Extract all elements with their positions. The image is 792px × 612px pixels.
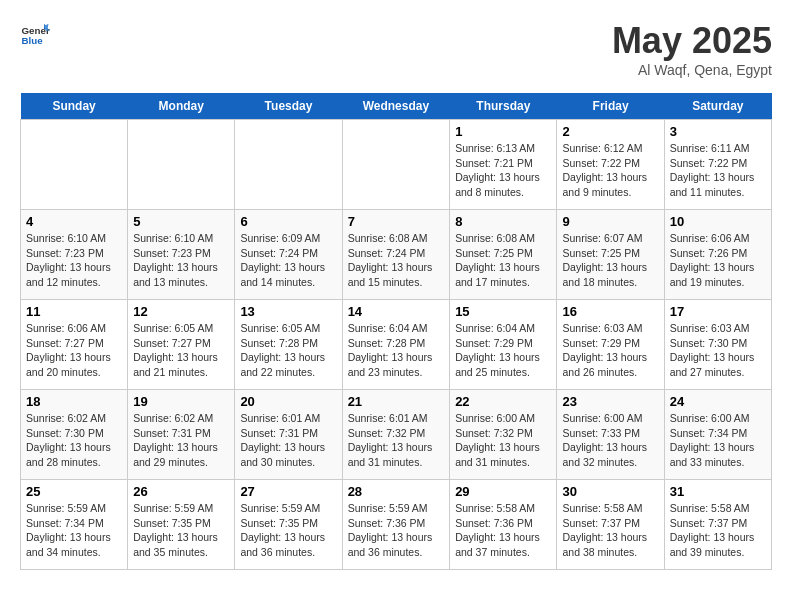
cell-content: Sunrise: 5:59 AM Sunset: 7:36 PM Dayligh… [348, 501, 445, 560]
calendar-cell [342, 120, 450, 210]
day-number: 12 [133, 304, 229, 319]
cell-content: Sunrise: 6:10 AM Sunset: 7:23 PM Dayligh… [26, 231, 122, 290]
day-number: 28 [348, 484, 445, 499]
day-number: 2 [562, 124, 658, 139]
day-number: 26 [133, 484, 229, 499]
day-number: 13 [240, 304, 336, 319]
day-number: 25 [26, 484, 122, 499]
calendar-cell: 28Sunrise: 5:59 AM Sunset: 7:36 PM Dayli… [342, 480, 450, 570]
cell-content: Sunrise: 5:58 AM Sunset: 7:37 PM Dayligh… [562, 501, 658, 560]
header-wednesday: Wednesday [342, 93, 450, 120]
cell-content: Sunrise: 5:58 AM Sunset: 7:36 PM Dayligh… [455, 501, 551, 560]
calendar-cell: 30Sunrise: 5:58 AM Sunset: 7:37 PM Dayli… [557, 480, 664, 570]
cell-content: Sunrise: 6:02 AM Sunset: 7:31 PM Dayligh… [133, 411, 229, 470]
cell-content: Sunrise: 5:58 AM Sunset: 7:37 PM Dayligh… [670, 501, 766, 560]
calendar-cell [128, 120, 235, 210]
day-number: 24 [670, 394, 766, 409]
calendar-cell: 13Sunrise: 6:05 AM Sunset: 7:28 PM Dayli… [235, 300, 342, 390]
calendar-cell: 16Sunrise: 6:03 AM Sunset: 7:29 PM Dayli… [557, 300, 664, 390]
cell-content: Sunrise: 6:00 AM Sunset: 7:32 PM Dayligh… [455, 411, 551, 470]
day-number: 6 [240, 214, 336, 229]
day-number: 7 [348, 214, 445, 229]
cell-content: Sunrise: 6:09 AM Sunset: 7:24 PM Dayligh… [240, 231, 336, 290]
calendar-cell: 15Sunrise: 6:04 AM Sunset: 7:29 PM Dayli… [450, 300, 557, 390]
cell-content: Sunrise: 6:03 AM Sunset: 7:30 PM Dayligh… [670, 321, 766, 380]
cell-content: Sunrise: 6:08 AM Sunset: 7:24 PM Dayligh… [348, 231, 445, 290]
calendar-cell: 26Sunrise: 5:59 AM Sunset: 7:35 PM Dayli… [128, 480, 235, 570]
calendar-cell: 23Sunrise: 6:00 AM Sunset: 7:33 PM Dayli… [557, 390, 664, 480]
day-number: 10 [670, 214, 766, 229]
calendar-cell: 11Sunrise: 6:06 AM Sunset: 7:27 PM Dayli… [21, 300, 128, 390]
cell-content: Sunrise: 6:03 AM Sunset: 7:29 PM Dayligh… [562, 321, 658, 380]
day-number: 4 [26, 214, 122, 229]
cell-content: Sunrise: 6:02 AM Sunset: 7:30 PM Dayligh… [26, 411, 122, 470]
calendar-cell: 29Sunrise: 5:58 AM Sunset: 7:36 PM Dayli… [450, 480, 557, 570]
day-number: 14 [348, 304, 445, 319]
calendar-cell: 21Sunrise: 6:01 AM Sunset: 7:32 PM Dayli… [342, 390, 450, 480]
week-row-4: 18Sunrise: 6:02 AM Sunset: 7:30 PM Dayli… [21, 390, 772, 480]
calendar-cell: 24Sunrise: 6:00 AM Sunset: 7:34 PM Dayli… [664, 390, 771, 480]
header-friday: Friday [557, 93, 664, 120]
day-number: 31 [670, 484, 766, 499]
calendar-cell [21, 120, 128, 210]
cell-content: Sunrise: 6:00 AM Sunset: 7:34 PM Dayligh… [670, 411, 766, 470]
day-number: 29 [455, 484, 551, 499]
day-number: 15 [455, 304, 551, 319]
calendar-cell: 25Sunrise: 5:59 AM Sunset: 7:34 PM Dayli… [21, 480, 128, 570]
day-number: 3 [670, 124, 766, 139]
calendar-cell: 20Sunrise: 6:01 AM Sunset: 7:31 PM Dayli… [235, 390, 342, 480]
cell-content: Sunrise: 6:01 AM Sunset: 7:31 PM Dayligh… [240, 411, 336, 470]
calendar-cell: 22Sunrise: 6:00 AM Sunset: 7:32 PM Dayli… [450, 390, 557, 480]
calendar-cell: 14Sunrise: 6:04 AM Sunset: 7:28 PM Dayli… [342, 300, 450, 390]
cell-content: Sunrise: 6:01 AM Sunset: 7:32 PM Dayligh… [348, 411, 445, 470]
cell-content: Sunrise: 6:13 AM Sunset: 7:21 PM Dayligh… [455, 141, 551, 200]
day-number: 18 [26, 394, 122, 409]
cell-content: Sunrise: 6:06 AM Sunset: 7:26 PM Dayligh… [670, 231, 766, 290]
day-number: 23 [562, 394, 658, 409]
cell-content: Sunrise: 6:00 AM Sunset: 7:33 PM Dayligh… [562, 411, 658, 470]
cell-content: Sunrise: 6:08 AM Sunset: 7:25 PM Dayligh… [455, 231, 551, 290]
calendar-cell: 6Sunrise: 6:09 AM Sunset: 7:24 PM Daylig… [235, 210, 342, 300]
week-row-5: 25Sunrise: 5:59 AM Sunset: 7:34 PM Dayli… [21, 480, 772, 570]
day-number: 5 [133, 214, 229, 229]
header-monday: Monday [128, 93, 235, 120]
week-row-2: 4Sunrise: 6:10 AM Sunset: 7:23 PM Daylig… [21, 210, 772, 300]
day-number: 19 [133, 394, 229, 409]
cell-content: Sunrise: 5:59 AM Sunset: 7:35 PM Dayligh… [133, 501, 229, 560]
calendar-cell: 12Sunrise: 6:05 AM Sunset: 7:27 PM Dayli… [128, 300, 235, 390]
day-headers-row: Sunday Monday Tuesday Wednesday Thursday… [21, 93, 772, 120]
calendar-cell: 7Sunrise: 6:08 AM Sunset: 7:24 PM Daylig… [342, 210, 450, 300]
header-sunday: Sunday [21, 93, 128, 120]
day-number: 27 [240, 484, 336, 499]
calendar-cell: 8Sunrise: 6:08 AM Sunset: 7:25 PM Daylig… [450, 210, 557, 300]
cell-content: Sunrise: 6:04 AM Sunset: 7:29 PM Dayligh… [455, 321, 551, 380]
calendar-cell: 5Sunrise: 6:10 AM Sunset: 7:23 PM Daylig… [128, 210, 235, 300]
calendar-cell: 2Sunrise: 6:12 AM Sunset: 7:22 PM Daylig… [557, 120, 664, 210]
cell-content: Sunrise: 5:59 AM Sunset: 7:35 PM Dayligh… [240, 501, 336, 560]
title-section: May 2025 Al Waqf, Qena, Egypt [612, 20, 772, 78]
cell-content: Sunrise: 6:11 AM Sunset: 7:22 PM Dayligh… [670, 141, 766, 200]
calendar-cell: 17Sunrise: 6:03 AM Sunset: 7:30 PM Dayli… [664, 300, 771, 390]
day-number: 21 [348, 394, 445, 409]
calendar-cell: 27Sunrise: 5:59 AM Sunset: 7:35 PM Dayli… [235, 480, 342, 570]
calendar-subtitle: Al Waqf, Qena, Egypt [612, 62, 772, 78]
day-number: 30 [562, 484, 658, 499]
calendar-cell: 9Sunrise: 6:07 AM Sunset: 7:25 PM Daylig… [557, 210, 664, 300]
cell-content: Sunrise: 6:05 AM Sunset: 7:28 PM Dayligh… [240, 321, 336, 380]
calendar-table: Sunday Monday Tuesday Wednesday Thursday… [20, 93, 772, 570]
svg-text:Blue: Blue [22, 35, 44, 46]
calendar-cell: 10Sunrise: 6:06 AM Sunset: 7:26 PM Dayli… [664, 210, 771, 300]
header-tuesday: Tuesday [235, 93, 342, 120]
calendar-cell: 3Sunrise: 6:11 AM Sunset: 7:22 PM Daylig… [664, 120, 771, 210]
day-number: 16 [562, 304, 658, 319]
cell-content: Sunrise: 6:07 AM Sunset: 7:25 PM Dayligh… [562, 231, 658, 290]
logo: General Blue [20, 20, 54, 50]
calendar-cell: 19Sunrise: 6:02 AM Sunset: 7:31 PM Dayli… [128, 390, 235, 480]
week-row-1: 1Sunrise: 6:13 AM Sunset: 7:21 PM Daylig… [21, 120, 772, 210]
header-thursday: Thursday [450, 93, 557, 120]
calendar-cell [235, 120, 342, 210]
cell-content: Sunrise: 6:12 AM Sunset: 7:22 PM Dayligh… [562, 141, 658, 200]
calendar-cell: 1Sunrise: 6:13 AM Sunset: 7:21 PM Daylig… [450, 120, 557, 210]
day-number: 17 [670, 304, 766, 319]
header-saturday: Saturday [664, 93, 771, 120]
